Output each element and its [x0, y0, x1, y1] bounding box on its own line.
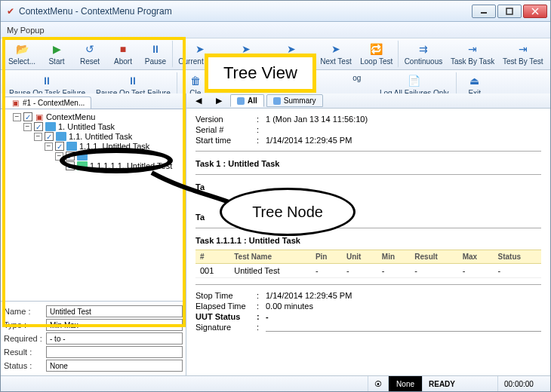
next-task-button[interactable]: ➤Next Task	[225, 40, 266, 68]
status-field[interactable]: None	[46, 360, 183, 372]
close-button[interactable]	[523, 5, 547, 18]
tree-label: 1.1. Untitled Task	[69, 132, 132, 141]
col-min: Min	[377, 250, 411, 264]
elapsed-val: 0.00 minutes	[266, 302, 313, 311]
task-icon	[77, 152, 88, 161]
checkbox[interactable]: ✓	[55, 142, 64, 151]
start-button[interactable]: ▶Start	[40, 40, 73, 68]
tree-node-1-1-1-1[interactable]: − ✓ Untitled Task	[55, 152, 184, 161]
required-label: Required :	[4, 334, 43, 343]
task-by-task-button[interactable]: ⇥Task By Task	[447, 40, 499, 68]
col-unit: Unit	[342, 250, 377, 264]
status-none: None	[388, 376, 422, 391]
collapse-icon[interactable]: −	[13, 113, 21, 121]
file-icon: ▣	[11, 100, 20, 107]
reset-button[interactable]: ↺Reset	[73, 40, 106, 68]
tree-view[interactable]: − ✓ ▣ ContextMenu − ✓ 1. Un	[1, 109, 186, 301]
task-icon	[66, 142, 77, 151]
minimize-button[interactable]	[472, 5, 496, 18]
step-icon: ⇥	[516, 42, 530, 56]
checkbox[interactable]: ✓	[45, 132, 54, 141]
serial-key: Serial #	[195, 125, 252, 134]
tree-label: 1.1.1. Untitled Task	[79, 142, 149, 151]
file-tab[interactable]: ▣ #1 - ContextMen...	[4, 96, 91, 109]
tab-icon	[237, 97, 245, 105]
arrow-icon: ➤	[239, 42, 253, 56]
col-result: Result	[410, 250, 457, 264]
sig-val	[266, 323, 541, 332]
name-field[interactable]: Untitled Test	[46, 305, 183, 317]
arrow-icon: ➤	[285, 42, 298, 56]
content-area: ▣ #1 - ContextMen... − ✓ ▣ ContextMenu	[1, 93, 550, 375]
required-field[interactable]: - to -	[46, 332, 183, 345]
type-label: Type :	[4, 320, 43, 329]
stop-val: 1/14/2014 12:29:45 PM	[266, 291, 352, 300]
tree-node-1-1-1[interactable]: − ✓ 1.1.1. Untitled Task	[45, 142, 184, 151]
divider	[195, 151, 541, 152]
detail-toolbar: ◀ ▶ All Summary	[186, 93, 550, 109]
tab-summary[interactable]: Summary	[266, 94, 323, 107]
tree-label: ContextMenu	[46, 112, 95, 121]
status-time: 00:00:00	[497, 376, 550, 391]
collapse-icon[interactable]: −	[23, 123, 32, 131]
result-field[interactable]	[46, 346, 183, 358]
checkbox[interactable]: ✓	[66, 152, 75, 161]
stop-icon: ■	[116, 42, 130, 56]
folder-icon: 📂	[15, 42, 29, 56]
type-field[interactable]: Min Max	[46, 319, 183, 331]
elapsed-key: Elapsed Time	[195, 302, 252, 311]
tree-node-leaf[interactable]: ✓ 1.1.1.1.1. Untitled Test	[66, 161, 184, 170]
file-tab-label: #1 - ContextMen...	[23, 99, 85, 107]
collapse-icon[interactable]: −	[34, 133, 42, 141]
svg-rect-1	[506, 8, 513, 14]
prev-button[interactable]: ◀	[189, 95, 208, 107]
arrow-icon: ➤	[193, 42, 207, 56]
checkbox[interactable]: ✓	[66, 161, 75, 170]
abort-button[interactable]: ■Abort	[106, 40, 140, 68]
loop-test-button[interactable]: 🔁Loop Test	[356, 40, 399, 68]
task-icon	[45, 122, 56, 131]
task-header-4: Task 1.1.1.1 : Untitled Task	[195, 236, 541, 245]
col-pin: Pin	[311, 250, 342, 264]
pause-fail-icon: ⏸	[126, 74, 140, 87]
collapse-icon[interactable]: −	[45, 142, 53, 151]
table-row[interactable]: 001 Untitled Test - - - - - -	[195, 264, 541, 278]
task-icon	[56, 132, 66, 141]
checkbox[interactable]: ✓	[34, 122, 43, 131]
status-ready: READY	[422, 376, 497, 391]
tree-node-1[interactable]: − ✓ 1. Untitled Task	[23, 122, 184, 131]
next-button[interactable]: ▶	[210, 95, 228, 107]
menu-my-popup[interactable]: My Popup	[7, 26, 45, 35]
toolbar-row-1: 📂Select... ▶Start ↺Reset ■Abort ⏸Pause ➤…	[1, 38, 550, 70]
stop-key: Stop Time	[195, 291, 252, 300]
test-icon	[77, 161, 88, 170]
status-icon: ⦿	[368, 376, 388, 391]
next-test-button[interactable]: ➤Next Test	[316, 40, 356, 68]
continuous-button[interactable]: ⇉Continuous	[400, 40, 447, 68]
menubar: My Popup	[1, 22, 550, 38]
checkbox[interactable]: ✓	[23, 112, 32, 121]
collapse-icon[interactable]: −	[55, 152, 63, 161]
test-by-test-button[interactable]: ⇥Test By Test	[498, 40, 547, 68]
current-test-button[interactable]: ➤Current Test	[266, 40, 316, 68]
tab-icon	[273, 97, 281, 105]
clear-icon: 🗑	[189, 74, 202, 87]
maximize-button[interactable]	[497, 5, 522, 18]
results-table: # Test Name Pin Unit Min Result Max Stat…	[195, 250, 541, 278]
arrow-icon: ➤	[329, 42, 343, 56]
select-button[interactable]: 📂Select...	[4, 40, 40, 68]
window-controls	[472, 5, 547, 18]
uut-key: UUT Status	[195, 312, 252, 321]
pause-fail-icon: ⏸	[40, 74, 54, 87]
start-key: Start time	[195, 136, 252, 145]
tab-all[interactable]: All	[230, 94, 264, 107]
continuous-icon: ⇉	[417, 42, 430, 56]
status-label: Status :	[4, 361, 43, 370]
program-icon: ▣	[35, 113, 44, 121]
task-header-2-cut: Ta	[195, 182, 541, 191]
tree-node-1-1[interactable]: − ✓ 1.1. Untitled Task	[34, 132, 184, 141]
pause-button[interactable]: ⏸Pause	[140, 40, 173, 68]
current-task-button[interactable]: ➤Current Task	[174, 40, 225, 68]
tree-root[interactable]: − ✓ ▣ ContextMenu	[13, 112, 184, 121]
task-header-1: Task 1 : Untitled Task	[195, 159, 541, 168]
